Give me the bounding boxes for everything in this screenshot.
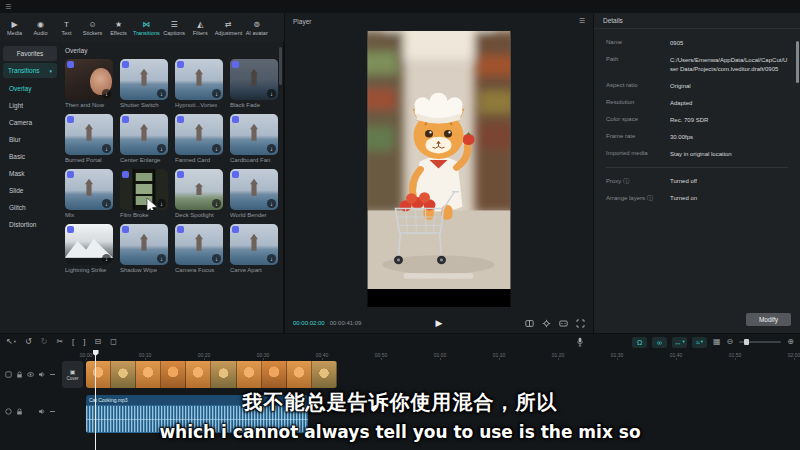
transition-thumb-shadow-wipe[interactable]: ↓ xyxy=(120,224,168,265)
track-size-icon[interactable] xyxy=(5,371,12,378)
transition-thumb-center-enlarge[interactable]: ↓ xyxy=(120,114,168,155)
tab-filters[interactable]: ◭Filters xyxy=(188,20,213,36)
player-menu-icon[interactable]: ☰ xyxy=(579,17,585,25)
timeline-zoom-slider[interactable] xyxy=(739,341,781,343)
transition-thumb-fanned-card[interactable]: ↓ xyxy=(175,114,223,155)
transition-item: ↓Shutter Switch xyxy=(120,59,168,108)
cover-button[interactable]: ▣ Cover xyxy=(62,361,83,388)
transition-thumb-shutter-switch[interactable]: ↓ xyxy=(120,59,168,100)
tab-transitions[interactable]: ⋈Transitions xyxy=(132,20,161,36)
transition-thumb-carve-apart[interactable]: ↓ xyxy=(230,224,278,265)
download-icon: ↓ xyxy=(102,144,111,153)
vip-badge xyxy=(67,61,74,68)
transition-thumb-lightning-strike[interactable]: ↓ xyxy=(65,224,113,265)
magnet-icon[interactable]: Ω xyxy=(632,337,647,348)
play-button[interactable]: ▶ xyxy=(436,319,443,328)
tab-adjustment[interactable]: ⇄Adjustment xyxy=(214,20,244,36)
sidebar-item-basic[interactable]: Basic xyxy=(0,148,60,165)
sidebar-item-blur[interactable]: Blur xyxy=(0,131,60,148)
split-icon[interactable]: ✂ xyxy=(56,338,63,346)
capcut-app: ☰ ▶Media◉AudioTText☺Stickers★Effects⋈Tra… xyxy=(0,0,800,450)
sidebar-item-mask[interactable]: Mask xyxy=(0,165,60,182)
auto-ripple-icon[interactable]: ≈▾ xyxy=(692,337,707,348)
shortcut-keyboard-icon[interactable]: ▦ xyxy=(713,338,721,346)
link-icon[interactable]: ∞ xyxy=(652,337,667,348)
tab-text[interactable]: TText xyxy=(54,20,79,36)
download-icon: ↓ xyxy=(212,254,221,263)
transition-thumb-deck-spotlight[interactable]: ↓ xyxy=(175,169,223,210)
tab-media[interactable]: ▶Media xyxy=(2,20,27,36)
detail-row-arrange-layers: Arrange layers ⓘTurned on xyxy=(606,194,788,203)
preview-axis-icon[interactable]: ↔▾ xyxy=(672,337,687,348)
details-scrollbar[interactable] xyxy=(796,41,799,83)
modify-button[interactable]: Modify xyxy=(746,313,791,326)
tab-label: Adjustment xyxy=(215,30,243,36)
trim-right-icon[interactable]: ] xyxy=(83,338,85,346)
sidebar-category-list: OverlayLightCameraBlurBasicMaskSlideGlit… xyxy=(0,80,60,233)
focus-icon[interactable] xyxy=(542,319,551,328)
redo-icon[interactable]: ↻ xyxy=(41,338,48,346)
sidebar-item-slide[interactable]: Slide xyxy=(0,182,60,199)
tab-label: Audio xyxy=(33,30,47,36)
mute-track-icon[interactable] xyxy=(38,371,45,378)
select-tool-icon[interactable]: ↖▾ xyxy=(6,338,16,346)
download-icon: ↓ xyxy=(212,89,221,98)
sidebar-item-distortion[interactable]: Distortion xyxy=(0,216,60,233)
tab-captions[interactable]: ☰Captions xyxy=(162,20,187,36)
menu-icon[interactable]: ☰ xyxy=(5,3,11,10)
transition-thumb-burned-portal[interactable]: ↓ xyxy=(65,114,113,155)
sidebar-item-camera[interactable]: Camera xyxy=(0,114,60,131)
transition-thumb-camera-focus[interactable]: ↓ xyxy=(175,224,223,265)
transition-thumb-world-bender[interactable]: ↓ xyxy=(230,169,278,210)
transition-name: Mix xyxy=(65,212,113,218)
transition-item: ↓Fanned Card xyxy=(175,114,223,163)
transition-thumb-hypnoti-vortex[interactable]: ↓ xyxy=(175,59,223,100)
detail-value: Turned on xyxy=(670,194,788,203)
tab-audio[interactable]: ◉Audio xyxy=(28,20,53,36)
captions-icon: ☰ xyxy=(171,20,178,29)
zoom-in-icon[interactable]: ⊕ xyxy=(787,338,794,346)
text-icon: T xyxy=(64,20,69,29)
slider-thumb[interactable] xyxy=(744,339,749,345)
transition-thumb-black-fade[interactable]: ↓ xyxy=(230,59,278,100)
record-voiceover-icon[interactable] xyxy=(576,337,584,347)
tab-ai-avatar[interactable]: ⊚AI avatar xyxy=(244,20,269,36)
trim-left-icon[interactable]: [ xyxy=(72,338,74,346)
media-icon: ▶ xyxy=(11,20,17,29)
tab-stickers[interactable]: ☺Stickers xyxy=(80,20,105,36)
tab-label: Effects xyxy=(110,30,127,36)
tab-label: Filters xyxy=(193,30,208,36)
split-screen-icon[interactable] xyxy=(525,319,534,328)
sidebar-item-light[interactable]: Light xyxy=(0,97,60,114)
transitions-group-label: Transitions xyxy=(8,67,40,74)
transition-thumb-mix[interactable]: ↓ xyxy=(65,169,113,210)
undo-icon[interactable]: ↺ xyxy=(25,338,32,346)
mirror-icon[interactable]: ◻ xyxy=(110,338,117,346)
tab-effects[interactable]: ★Effects xyxy=(106,20,131,36)
grid-scrollbar[interactable] xyxy=(279,47,282,85)
vip-badge xyxy=(177,226,184,233)
fullscreen-icon[interactable] xyxy=(576,319,585,328)
details-rows: Name0905PathC:/Users/Emenwa/AppData/Loca… xyxy=(606,39,788,159)
sidebar-item-overlay[interactable]: Overlay xyxy=(0,80,60,97)
transition-item: ↓Mix xyxy=(65,169,113,218)
mouse-cursor xyxy=(146,198,158,210)
transitions-group-button[interactable]: Transitions ▾ xyxy=(3,63,57,78)
timeline-ruler[interactable]: 00:0000:1000:2000:3000:4000:5001:0001:10… xyxy=(0,350,800,361)
sidebar-item-glitch[interactable]: Glitch xyxy=(0,199,60,216)
delete-icon[interactable]: ⊟ xyxy=(95,338,102,346)
track-height-icon[interactable] xyxy=(49,371,56,378)
zoom-out-icon[interactable]: ⊖ xyxy=(727,338,734,346)
quality-icon[interactable] xyxy=(559,319,568,328)
player-title: Player xyxy=(293,18,311,25)
transition-name: Fanned Card xyxy=(175,157,223,163)
video-preview[interactable] xyxy=(368,31,511,307)
hide-track-icon[interactable] xyxy=(27,371,34,378)
transition-thumb-then-and-now[interactable]: ↓ xyxy=(65,59,113,100)
video-frame-cat-scene xyxy=(368,31,511,289)
transition-thumb-film-broke[interactable]: ↓ xyxy=(120,169,168,210)
favorites-button[interactable]: Favorites xyxy=(3,46,57,61)
transition-thumb-cardboard-fan[interactable]: ↓ xyxy=(230,114,278,155)
video-clip[interactable] xyxy=(86,361,337,388)
lock-icon[interactable] xyxy=(16,371,23,378)
